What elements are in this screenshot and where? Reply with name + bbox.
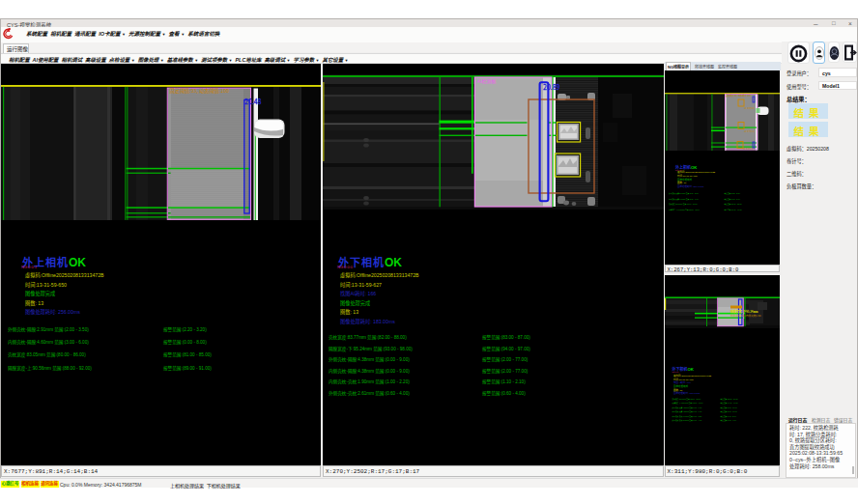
svg-text:AI检测框: AI检测框 <box>477 77 497 85</box>
svg-text:20.89: 20.89 <box>543 82 560 92</box>
svg-text:20.48: 20.48 <box>244 97 262 106</box>
svg-text:固定阈值:93, 动态阈值:100: 固定阈值:93, 动态阈值:100 <box>170 87 230 95</box>
